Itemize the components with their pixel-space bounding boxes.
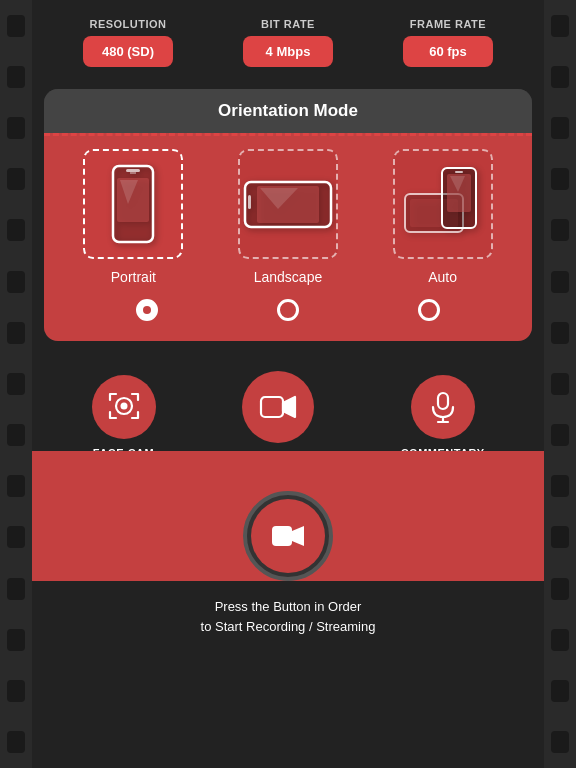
top-controls: RESOLUTION 480 (SD) BIT RATE 4 Mbps FRAM… xyxy=(32,0,544,81)
film-hole xyxy=(7,475,25,497)
orientation-title: Orientation Mode xyxy=(218,101,358,120)
portrait-label: Portrait xyxy=(111,269,156,285)
film-hole xyxy=(7,219,25,241)
film-hole xyxy=(7,373,25,395)
screen-record-circle xyxy=(242,371,314,443)
film-hole xyxy=(7,526,25,548)
orientation-header: Orientation Mode xyxy=(44,89,532,133)
svg-rect-11 xyxy=(455,171,463,173)
portrait-icon-box xyxy=(83,149,183,259)
film-hole xyxy=(551,373,569,395)
film-hole xyxy=(551,117,569,139)
film-hole xyxy=(7,731,25,753)
landscape-label: Landscape xyxy=(254,269,323,285)
film-hole xyxy=(551,424,569,446)
film-hole xyxy=(7,629,25,651)
framerate-button[interactable]: 60 fps xyxy=(403,36,493,67)
radio-landscape[interactable] xyxy=(277,299,299,321)
film-strip-left xyxy=(0,0,32,768)
orientation-body: Portrait Landscape xyxy=(44,133,532,341)
commentary-circle xyxy=(411,375,475,439)
framerate-group: FRAME RATE 60 fps xyxy=(403,18,493,67)
main-content: RESOLUTION 480 (SD) BIT RATE 4 Mbps FRAM… xyxy=(32,0,544,768)
resolution-group: RESOLUTION 480 (SD) xyxy=(83,18,173,67)
auto-icon-box xyxy=(393,149,493,259)
bitrate-button[interactable]: 4 Mbps xyxy=(243,36,333,67)
film-hole xyxy=(551,66,569,88)
film-hole xyxy=(551,219,569,241)
bitrate-label: BIT RATE xyxy=(261,18,315,30)
film-hole xyxy=(7,168,25,190)
auto-label: Auto xyxy=(428,269,457,285)
film-hole xyxy=(7,322,25,344)
film-hole xyxy=(7,578,25,600)
film-hole xyxy=(551,475,569,497)
film-strip-right xyxy=(544,0,576,768)
record-prompt: Press the Button in Order to Start Recor… xyxy=(181,581,396,646)
film-hole xyxy=(7,66,25,88)
orientation-auto[interactable]: Auto xyxy=(393,149,493,285)
film-hole xyxy=(7,680,25,702)
orientation-landscape[interactable]: Landscape xyxy=(238,149,338,285)
resolution-label: RESOLUTION xyxy=(89,18,166,30)
bitrate-group: BIT RATE 4 Mbps xyxy=(243,18,333,67)
radio-row xyxy=(56,299,520,321)
face-cam-action[interactable]: FACE CAM xyxy=(92,375,156,459)
film-hole xyxy=(7,117,25,139)
film-hole xyxy=(7,424,25,446)
landscape-icon-box xyxy=(238,149,338,259)
radio-portrait[interactable] xyxy=(136,299,158,321)
framerate-label: FRAME RATE xyxy=(410,18,486,30)
record-button-inner[interactable] xyxy=(251,499,325,573)
film-hole xyxy=(551,731,569,753)
record-area: Press the Button in Order to Start Recor… xyxy=(32,481,544,768)
film-hole xyxy=(7,271,25,293)
orientation-panel: Orientation Mode xyxy=(44,89,532,341)
film-hole xyxy=(551,271,569,293)
svg-point-13 xyxy=(120,403,127,410)
record-button-outer[interactable] xyxy=(243,491,333,581)
svg-rect-18 xyxy=(272,526,292,546)
resolution-button[interactable]: 480 (SD) xyxy=(83,36,173,67)
svg-rect-14 xyxy=(261,397,283,417)
film-hole xyxy=(7,15,25,37)
film-hole xyxy=(551,578,569,600)
commentary-action[interactable]: COMMENTARY xyxy=(401,375,485,459)
film-hole xyxy=(551,526,569,548)
film-hole xyxy=(551,15,569,37)
film-hole xyxy=(551,629,569,651)
orientation-options: Portrait Landscape xyxy=(56,149,520,285)
svg-rect-5 xyxy=(248,195,251,209)
face-cam-circle xyxy=(92,375,156,439)
film-hole xyxy=(551,680,569,702)
film-hole xyxy=(551,168,569,190)
orientation-portrait[interactable]: Portrait xyxy=(83,149,183,285)
svg-rect-1 xyxy=(126,169,140,172)
svg-rect-15 xyxy=(438,393,448,409)
film-hole xyxy=(551,322,569,344)
record-bump xyxy=(32,481,544,581)
screen-record-action[interactable]: SCREEN RECORD xyxy=(227,371,330,463)
radio-auto[interactable] xyxy=(418,299,440,321)
